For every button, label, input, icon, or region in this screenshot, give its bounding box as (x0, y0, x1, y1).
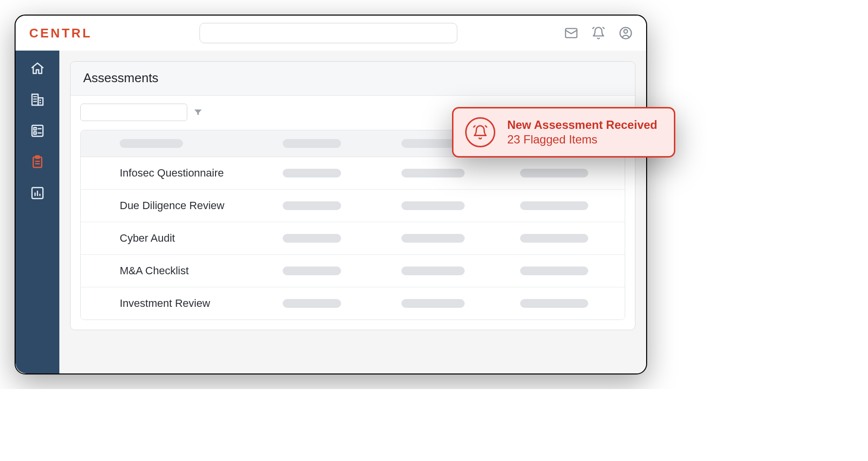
placeholder-pill (120, 139, 183, 148)
svg-rect-7 (34, 132, 36, 134)
toast-title: New Assessment Received (507, 118, 657, 132)
placeholder-pill (520, 169, 588, 177)
app-body: Assessments (16, 51, 646, 373)
search-wrap (92, 23, 564, 43)
content-area: Assessments (59, 51, 646, 373)
toast-text: New Assessment Received 23 Flagged Items (507, 118, 657, 146)
building-icon (30, 92, 45, 107)
brand-logo: CENTRL (29, 26, 92, 41)
placeholder-pill (283, 201, 341, 210)
svg-rect-4 (38, 98, 43, 105)
assessment-name: Cyber Audit (90, 232, 251, 245)
filter-input[interactable] (80, 104, 187, 121)
page-title: Assessments (83, 71, 622, 86)
assessments-table: Infosec Questionnaire Due Diligence Revi… (80, 130, 625, 320)
sidebar-item-assessments[interactable] (30, 155, 45, 169)
table-row[interactable]: Infosec Questionnaire (81, 157, 625, 190)
assessments-panel: Assessments (70, 61, 635, 330)
placeholder-pill (520, 234, 588, 243)
mail-icon[interactable] (564, 26, 578, 40)
assessment-name: Infosec Questionnaire (90, 167, 251, 179)
topbar: CENTRL (16, 16, 646, 51)
notification-toast[interactable]: New Assessment Received 23 Flagged Items (452, 107, 675, 158)
placeholder-pill (520, 201, 588, 210)
placeholder-pill (401, 266, 465, 275)
app-window: CENTRL (15, 15, 647, 374)
sidebar-item-org[interactable] (30, 92, 45, 107)
placeholder-pill (401, 234, 465, 243)
clipboard-icon (30, 155, 45, 169)
placeholder-pill (283, 234, 341, 243)
table-col-header (90, 139, 251, 148)
placeholder-pill (401, 169, 465, 177)
placeholder-pill (283, 169, 341, 177)
bell-icon[interactable] (592, 26, 605, 40)
placeholder-pill (283, 139, 341, 148)
search-input[interactable] (199, 23, 457, 43)
assessment-name: Due Diligence Review (90, 199, 251, 212)
svg-point-2 (624, 30, 627, 33)
table-col-header (251, 139, 372, 148)
placeholder-pill (283, 299, 341, 308)
placeholder-pill (283, 266, 341, 275)
svg-rect-6 (34, 127, 36, 130)
user-circle-icon[interactable] (619, 26, 633, 40)
sidebar-item-home[interactable] (30, 61, 45, 76)
sidebar (16, 51, 59, 373)
placeholder-pill (401, 201, 465, 210)
assessment-name: Investment Review (90, 297, 251, 310)
table-row[interactable]: Cyber Audit (81, 222, 625, 255)
barchart-icon (30, 186, 45, 200)
filter-icon[interactable] (193, 107, 203, 117)
toast-icon-circle (465, 117, 495, 147)
topbar-icons (564, 26, 633, 40)
placeholder-pill (520, 299, 588, 308)
assessment-name: M&A Checklist (90, 265, 251, 277)
home-icon (30, 61, 45, 76)
sidebar-item-tasks[interactable] (30, 124, 45, 138)
sidebar-item-reports[interactable] (30, 186, 45, 200)
table-row[interactable]: Due Diligence Review (81, 190, 625, 222)
alert-bell-icon (472, 124, 488, 140)
toast-subtitle: 23 Flagged Items (507, 133, 657, 146)
panel-header: Assessments (71, 62, 635, 96)
svg-rect-3 (32, 94, 38, 106)
table-row[interactable]: Investment Review (81, 287, 625, 319)
placeholder-pill (401, 299, 465, 308)
placeholder-pill (520, 266, 588, 275)
table-row[interactable]: M&A Checklist (81, 255, 625, 287)
checklist-icon (30, 124, 45, 138)
